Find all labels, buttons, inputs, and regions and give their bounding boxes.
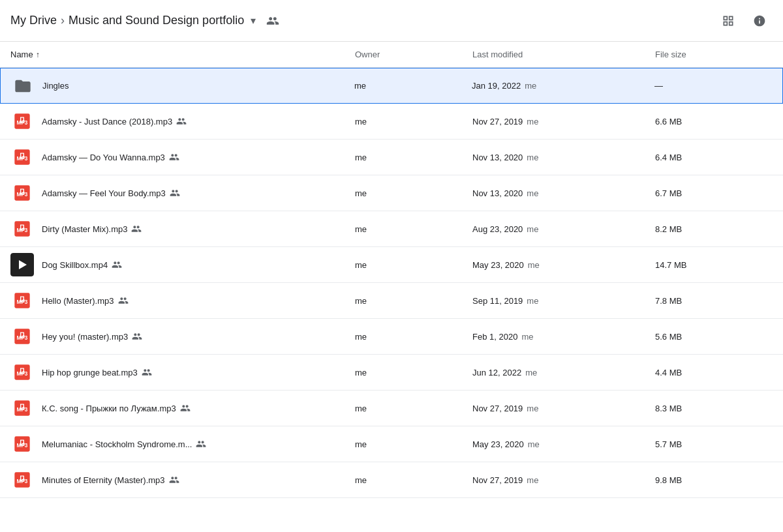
file-name-cell: MP3 Adamsky — Do You Wanna.mp3 (10, 145, 355, 169)
modified-date: Nov 27, 2019 (472, 475, 523, 485)
file-owner: me (355, 117, 472, 126)
col-name-header[interactable]: Name ↑ (10, 50, 355, 59)
header: My Drive › Music and Sound Design portfo… (0, 0, 783, 42)
svg-point-34 (20, 444, 22, 446)
svg-point-18 (20, 301, 22, 303)
folder-title: Music and Sound Design portfolio (69, 14, 244, 27)
info-button[interactable] (746, 8, 773, 34)
shared-badge (180, 403, 191, 413)
file-name: Hip hop grunge beat.mp3 (42, 367, 152, 377)
modified-by: me (527, 153, 538, 162)
table-row[interactable]: MP3 Hip hop grunge beat.mp3 me Jun 12, 2… (0, 355, 783, 391)
file-owner: me (355, 475, 472, 485)
file-modified: Aug 23, 2020 me (472, 224, 655, 234)
svg-point-31 (23, 407, 25, 409)
file-size: 6.6 MB (655, 117, 773, 126)
breadcrumb: My Drive › Music and Sound Design portfo… (10, 10, 715, 31)
file-name: Dog Skillbox.mp4 (42, 259, 122, 270)
file-modified: Sep 11, 2019 me (472, 296, 655, 306)
file-size: 5.7 MB (655, 439, 773, 449)
file-owner: me (355, 224, 472, 234)
modified-by: me (527, 296, 538, 306)
svg-point-19 (23, 299, 25, 301)
svg-point-7 (23, 156, 25, 158)
file-owner: me (355, 153, 472, 162)
file-size: 7.8 MB (655, 296, 773, 306)
table-row[interactable]: MP3 Adamsky - Just Dance (2018).mp3 me N… (0, 104, 783, 140)
modified-date: May 23, 2020 (472, 260, 524, 270)
mp3-icon: MP3 (10, 468, 34, 492)
file-name: Dirty (Master Mix).mp3 (42, 224, 142, 234)
breadcrumb-current: Music and Sound Design portfolio ▾ (69, 14, 260, 27)
folder-icon (11, 74, 35, 98)
modified-by: me (527, 117, 538, 126)
file-name-cell: MP3 Minutes of Eternity (Master).mp3 (10, 468, 355, 492)
svg-text:MP3: MP3 (17, 120, 28, 126)
file-modified: Nov 13, 2020 me (472, 188, 655, 198)
mp3-icon: MP3 (10, 110, 34, 133)
svg-text:MP3: MP3 (17, 443, 28, 449)
header-actions (715, 8, 773, 34)
file-owner: me (355, 404, 472, 413)
file-name-cell: MP3 Adamsky - Just Dance (2018).mp3 (10, 110, 355, 133)
file-size: 8.2 MB (655, 224, 773, 234)
mp3-icon: MP3 (10, 289, 34, 312)
table-row[interactable]: MP3 Melumaniac - Stockholm Syndrome.m...… (0, 426, 783, 462)
table-row[interactable]: MP3 Adamsky — Do You Wanna.mp3 me Nov 13… (0, 140, 783, 175)
file-owner: me (355, 296, 472, 306)
col-size-header[interactable]: File size (655, 50, 773, 59)
file-owner: me (355, 439, 472, 449)
table-row[interactable]: Jingles me Jan 19, 2022 me — (0, 68, 783, 104)
modified-by: me (527, 188, 538, 198)
table-row[interactable]: Dog Skillbox.mp4 me May 23, 2020 me 14.7… (0, 247, 783, 283)
file-name-cell: MP3 Hip hop grunge beat.mp3 (10, 361, 355, 384)
video-icon (10, 253, 34, 276)
col-modified-header[interactable]: Last modified (472, 50, 655, 59)
shared-badge (169, 475, 179, 485)
modified-date: May 23, 2020 (472, 439, 524, 449)
svg-text:MP3: MP3 (17, 407, 28, 413)
folder-dropdown-button[interactable]: ▾ (247, 14, 260, 27)
file-name: Adamsky - Just Dance (2018).mp3 (42, 116, 187, 126)
file-modified: Jan 19, 2022 me (472, 81, 654, 91)
modified-date: Nov 27, 2019 (472, 117, 523, 126)
grid-view-button[interactable] (715, 8, 741, 34)
svg-point-15 (23, 228, 25, 229)
table-row[interactable]: MP3 Hello (Master).mp3 me Sep 11, 2019 m… (0, 283, 783, 319)
svg-point-2 (20, 121, 22, 123)
shared-badge (170, 188, 180, 198)
svg-point-11 (23, 192, 25, 194)
file-size: 6.7 MB (655, 188, 773, 198)
file-modified: Feb 1, 2020 me (472, 332, 655, 342)
modified-date: Jun 12, 2022 (472, 368, 521, 377)
svg-point-27 (23, 371, 25, 373)
table-row[interactable]: MP3 Hey you! (master).mp3 me Feb 1, 2020… (0, 319, 783, 355)
table-row[interactable]: MP3 Minutes of Eternity (Master).mp3 me … (0, 462, 783, 498)
file-size: 5.6 MB (655, 332, 773, 342)
table-row[interactable]: MP3 К.С. song - Прыжки по Лужам.mp3 me N… (0, 391, 783, 426)
svg-point-23 (23, 335, 25, 337)
modified-by: me (525, 368, 537, 377)
table-row[interactable]: MP3 Dirty (Master Mix).mp3 me Aug 23, 20… (0, 211, 783, 247)
svg-point-39 (23, 479, 25, 480)
file-modified: May 23, 2020 me (472, 439, 655, 449)
mp3-icon: MP3 (10, 325, 34, 348)
file-list: Name ↑ Owner Last modified File size Jin… (0, 42, 783, 498)
file-name: Hello (Master).mp3 (42, 295, 129, 306)
file-name-cell: Dog Skillbox.mp4 (10, 253, 355, 276)
my-drive-link[interactable]: My Drive (10, 14, 57, 27)
file-name: Melumaniac - Stockholm Syndrome.m... (42, 439, 206, 449)
col-owner-header[interactable]: Owner (355, 50, 472, 59)
svg-text:MP3: MP3 (17, 335, 28, 341)
shared-with-icon[interactable] (262, 10, 283, 31)
mp3-icon: MP3 (10, 361, 34, 384)
file-modified: Nov 13, 2020 me (472, 153, 655, 162)
video-thumbnail-icon (10, 253, 34, 276)
file-name: Adamsky — Do You Wanna.mp3 (42, 152, 179, 162)
sort-ascending-icon: ↑ (36, 50, 40, 59)
file-name-cell: MP3 Hey you! (master).mp3 (10, 325, 355, 348)
file-owner: me (355, 260, 472, 270)
mp3-icon: MP3 (10, 145, 34, 169)
table-row[interactable]: MP3 Adamsky — Feel Your Body.mp3 me Nov … (0, 175, 783, 211)
shared-badge (132, 331, 142, 342)
